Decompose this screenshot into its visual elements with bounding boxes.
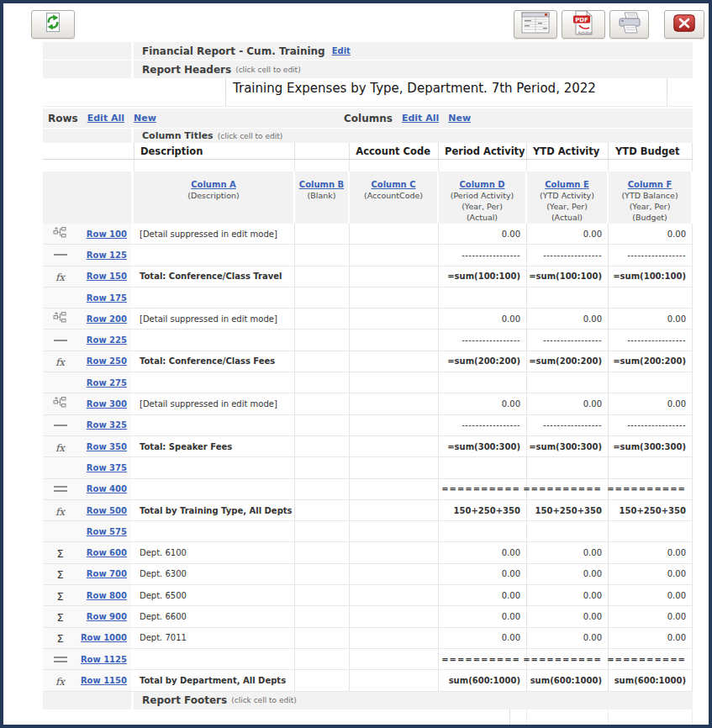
row-period-activity-cell[interactable]: sum(600:1000): [439, 670, 527, 690]
row-ytd-budget-cell[interactable]: 0.00: [609, 564, 693, 584]
row-ytd-budget-cell[interactable]: 150+250+350: [609, 500, 693, 520]
column-definition-link[interactable]: Column F: [628, 180, 672, 189]
row-link[interactable]: Row 1000: [81, 633, 127, 642]
header-blank-cell[interactable]: [134, 78, 226, 98]
row-link[interactable]: Row 600: [87, 548, 127, 557]
row-description-cell[interactable]: [134, 521, 295, 541]
row-blank-cell[interactable]: [295, 564, 350, 584]
row-blank-cell[interactable]: [295, 415, 350, 435]
row-ytd-activity-cell[interactable]: sum(600:1000): [527, 670, 609, 690]
row-ytd-budget-cell[interactable]: ==========: [609, 649, 693, 669]
row-blank-cell[interactable]: [295, 542, 350, 562]
row-ytd-budget-cell[interactable]: 0.00: [609, 224, 693, 244]
row-account-code-cell[interactable]: [350, 288, 439, 308]
row-blank-cell[interactable]: [295, 309, 350, 329]
row-account-code-cell[interactable]: [350, 479, 439, 499]
row-period-activity-cell[interactable]: -----------------: [439, 415, 527, 435]
row-ytd-activity-cell[interactable]: =sum(100:100): [527, 266, 609, 287]
row-account-code-cell[interactable]: [350, 309, 439, 329]
row-blank-cell[interactable]: [295, 393, 350, 414]
row-blank-cell[interactable]: [295, 330, 350, 350]
column-definition-link[interactable]: Column E: [545, 180, 589, 189]
row-blank-cell[interactable]: [295, 606, 350, 626]
export-pdf-button[interactable]: PDF Adobe: [562, 10, 605, 39]
row-link[interactable]: Row 275: [87, 378, 127, 388]
row-blank-cell[interactable]: [295, 266, 350, 287]
row-period-activity-cell[interactable]: =sum(300:300): [439, 436, 527, 456]
row-ytd-activity-cell[interactable]: -----------------: [527, 330, 609, 350]
row-period-activity-cell[interactable]: [439, 288, 527, 308]
row-account-code-cell[interactable]: [350, 585, 439, 605]
row-blank-cell[interactable]: [295, 245, 350, 265]
row-ytd-activity-cell[interactable]: 0.00: [527, 542, 609, 562]
header-blank-cell[interactable]: [226, 98, 667, 106]
row-ytd-budget-cell[interactable]: 0.00: [609, 606, 693, 626]
row-account-code-cell[interactable]: [350, 436, 439, 456]
row-ytd-budget-cell[interactable]: ==========: [609, 479, 693, 499]
column-title-ytd-activity[interactable]: YTD Activity: [527, 143, 609, 159]
column-title-blank[interactable]: [295, 143, 350, 159]
columns-new-link[interactable]: New: [448, 113, 471, 124]
row-description-cell[interactable]: [134, 415, 295, 435]
row-link[interactable]: Row 175: [87, 293, 127, 303]
row-description-cell[interactable]: [134, 457, 295, 477]
row-ytd-budget-cell[interactable]: 0.00: [609, 628, 693, 648]
row-period-activity-cell[interactable]: 0.00: [439, 585, 527, 605]
column-definition-link[interactable]: Column C: [371, 180, 415, 189]
row-description-cell[interactable]: [Detail suppressed in edit mode]: [134, 224, 295, 244]
row-ytd-budget-cell[interactable]: [609, 521, 693, 541]
row-link[interactable]: Row 500: [87, 506, 127, 515]
row-link[interactable]: Row 350: [87, 442, 127, 451]
row-link[interactable]: Row 125: [87, 251, 127, 260]
column-definition-link[interactable]: Column A: [191, 180, 236, 189]
row-period-activity-cell[interactable]: 0.00: [439, 393, 527, 414]
report-edit-link[interactable]: Edit: [332, 46, 351, 55]
row-description-cell[interactable]: [Detail suppressed in edit mode]: [134, 309, 295, 329]
row-link[interactable]: Row 575: [87, 527, 127, 536]
row-period-activity-cell[interactable]: 0.00: [439, 628, 527, 648]
row-ytd-budget-cell[interactable]: =sum(200:200): [609, 351, 693, 372]
footer-blank-cell[interactable]: [527, 710, 609, 727]
row-link[interactable]: Row 800: [87, 591, 127, 600]
column-definition-link[interactable]: Column B: [299, 180, 344, 189]
rows-new-link[interactable]: New: [134, 113, 156, 124]
row-ytd-activity-cell[interactable]: 0.00: [527, 628, 609, 648]
row-blank-cell[interactable]: [295, 436, 350, 456]
row-period-activity-cell[interactable]: 0.00: [439, 606, 527, 626]
row-description-cell[interactable]: [134, 372, 295, 393]
row-blank-cell[interactable]: [295, 224, 350, 244]
row-description-cell[interactable]: [134, 479, 295, 499]
row-period-activity-cell[interactable]: -----------------: [439, 245, 527, 265]
row-description-cell[interactable]: Total by Department, All Depts: [134, 670, 295, 690]
row-account-code-cell[interactable]: [350, 606, 439, 626]
row-blank-cell[interactable]: [295, 351, 350, 372]
row-ytd-activity-cell[interactable]: =sum(200:200): [527, 351, 609, 372]
footer-blank-cell[interactable]: [510, 710, 527, 727]
row-ytd-activity-cell[interactable]: =sum(300:300): [527, 436, 609, 456]
row-description-cell[interactable]: [Detail suppressed in edit mode]: [134, 393, 295, 414]
row-account-code-cell[interactable]: [350, 670, 439, 690]
row-description-cell[interactable]: Total: Conference/Class Travel: [134, 266, 295, 287]
row-period-activity-cell[interactable]: 0.00: [439, 309, 527, 329]
column-title-account-code[interactable]: Account Code: [350, 143, 439, 159]
row-ytd-budget-cell[interactable]: =sum(300:300): [609, 436, 693, 456]
row-account-code-cell[interactable]: [350, 564, 439, 584]
row-description-cell[interactable]: Dept. 6300: [134, 564, 295, 584]
column-title-description[interactable]: Description: [134, 143, 295, 159]
row-ytd-activity-cell[interactable]: -----------------: [527, 245, 609, 265]
row-period-activity-cell[interactable]: [439, 457, 527, 477]
row-description-cell[interactable]: [134, 649, 295, 669]
row-blank-cell[interactable]: [295, 457, 350, 477]
row-ytd-activity-cell[interactable]: 0.00: [527, 606, 609, 626]
row-ytd-activity-cell[interactable]: [527, 372, 609, 393]
row-blank-cell[interactable]: [295, 585, 350, 605]
row-period-activity-cell[interactable]: 0.00: [439, 224, 527, 244]
row-link[interactable]: Row 200: [87, 314, 127, 324]
row-blank-cell[interactable]: [295, 670, 350, 690]
row-link[interactable]: Row 900: [87, 612, 127, 621]
row-period-activity-cell[interactable]: ==========: [439, 649, 527, 669]
view-report-button[interactable]: [514, 10, 557, 39]
row-link[interactable]: Row 100: [87, 229, 127, 239]
row-blank-cell[interactable]: [295, 372, 350, 393]
row-link[interactable]: Row 150: [87, 272, 127, 281]
